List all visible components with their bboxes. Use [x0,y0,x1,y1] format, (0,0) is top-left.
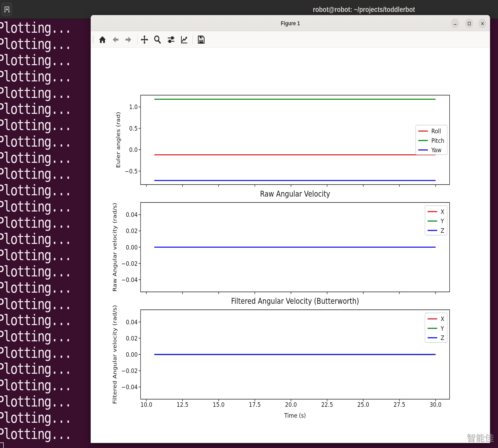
terminal-line: Plotting... [0,52,71,69]
terminal-line: Plotting... [0,231,71,247]
pan-button[interactable] [139,31,150,48]
y-tick-label: −0.02 [121,260,138,267]
x-tick-label: 20.0 [285,401,297,408]
terminal-line: Plotting... [0,393,71,410]
terminal-line: Plotting... [0,85,71,101]
y-axis-label: Filtered Angular velocity (rad/s) [112,305,118,404]
close-icon [480,20,485,26]
toolbar-separator [192,35,193,44]
legend: XYZ [425,206,447,235]
back-arrow-icon [111,35,120,44]
new-tab-button[interactable] [2,3,12,16]
x-axis-label: Time (s) [284,412,306,419]
y-tick-label: 0.02 [126,227,138,235]
legend: XYZ [425,313,447,342]
y-tick-label: −0.02 [121,367,138,374]
home-button[interactable] [97,31,108,48]
terminal-line: Plotting... [0,150,71,166]
y-tick-label: 0.02 [126,335,138,342]
terminal-line: Plotting... [0,296,71,312]
terminal-line: Plotting... [0,345,71,361]
terminal-line: Plotting... [0,264,71,280]
terminal-line: Plotting... [0,361,71,377]
pan-icon [140,34,149,44]
terminal-line: Plotting... [0,101,71,117]
y-tick-label: 0.00 [126,244,138,251]
legend-label: Y [440,325,444,332]
terminal-line: Plotting... [0,134,71,150]
y-tick-label: −0.04 [121,384,138,391]
zoom-button[interactable] [152,31,163,48]
subplot-title: Filtered Angular Velocity (Butterworth) [231,297,359,305]
legend-label: X [441,208,444,215]
terminal-line: Plotting... [0,198,71,215]
terminal-line: Plotting... [0,426,71,442]
figure-title: Figure 1 [281,15,300,31]
legend: RollPitchYaw [416,125,447,155]
toolbar-drag-handle[interactable] [92,36,94,44]
y-tick-label: −0.5 [125,168,138,175]
terminal-cursor [0,442,4,448]
save-icon [197,34,206,44]
terminal-line: Plotting... [0,20,71,36]
plots-svg: 1.00.50.0−0.5Euler angles (rad)RollPitch… [91,48,490,443]
edit-parameters-button[interactable] [178,31,190,48]
subplot-raw-angular-velocity: 0.040.020.00−0.02−0.04Raw Angular Veloci… [112,189,450,294]
terminal-line: Plotting... [0,36,71,52]
line-chart-icon [180,34,189,44]
forward-button[interactable] [123,31,134,48]
figure-titlebar[interactable]: Figure 1 [91,15,490,31]
back-button[interactable] [110,31,121,48]
y-tick-label: 0.0 [129,146,138,154]
zoom-icon [153,34,162,44]
figure-toolbar [91,31,490,48]
subplot-filtered-angular-velocity: 10.012.515.017.520.022.525.027.530.00.04… [112,297,450,419]
y-tick-label: 0.00 [126,351,138,358]
x-tick-label: 10.0 [140,401,152,408]
home-icon [98,35,107,44]
x-tick-label: 15.0 [213,401,225,408]
terminal-line: Plotting... [0,215,71,231]
x-tick-label: 17.5 [249,401,261,408]
terminal-line: Plotting... [0,410,71,426]
y-tick-label: 0.04 [126,211,138,218]
figure-window: Figure 1 [91,15,490,443]
subplot-euler-angles: 1.00.50.0−0.5Euler angles (rad)RollPitch… [115,95,450,187]
terminal-line: Plotting... [0,329,71,345]
terminal-output: Plotting...Plotting...Plotting...Plottin… [0,20,71,442]
legend-label: Y [440,218,444,225]
legend-label: Z [441,334,444,341]
x-tick-label: 22.5 [321,401,333,408]
terminal-line: Plotting... [0,182,71,198]
y-tick-label: −0.04 [121,276,138,283]
close-button[interactable] [478,19,487,28]
y-tick-label: 0.04 [126,318,138,326]
forward-arrow-icon [124,35,133,44]
minimize-button[interactable] [451,19,459,28]
configure-subplots-button[interactable] [165,31,177,48]
new-tab-icon [3,5,10,14]
screen: Plotting...Plotting...Plotting...Plottin… [0,0,498,448]
save-button[interactable] [195,31,207,48]
y-axis-label: Raw Angular velocity (rad/s) [112,203,118,292]
terminal-line: Plotting... [0,377,71,393]
legend-label: Roll [431,128,441,135]
maximize-button[interactable] [465,19,473,28]
sliders-icon [167,34,176,44]
terminal-line: Plotting... [0,166,71,182]
legend-label: X [441,316,444,323]
x-tick-label: 30.0 [430,401,442,408]
axes-spines [140,95,450,185]
subplot-title: Raw Angular Velocity [260,189,330,198]
terminal-line: Plotting... [0,247,71,264]
maximize-icon [467,20,472,26]
minimize-icon [453,20,458,26]
y-tick-label: 1.0 [129,103,138,111]
terminal-line: Plotting... [0,117,71,134]
figure-canvas[interactable]: 1.00.50.0−0.5Euler angles (rad)RollPitch… [91,48,490,443]
legend-label: Pitch [431,137,444,144]
x-tick-label: 12.5 [177,401,189,408]
terminal-line: Plotting... [0,69,71,85]
terminal-line: Plotting... [0,280,71,296]
legend-label: Yaw [431,146,441,154]
